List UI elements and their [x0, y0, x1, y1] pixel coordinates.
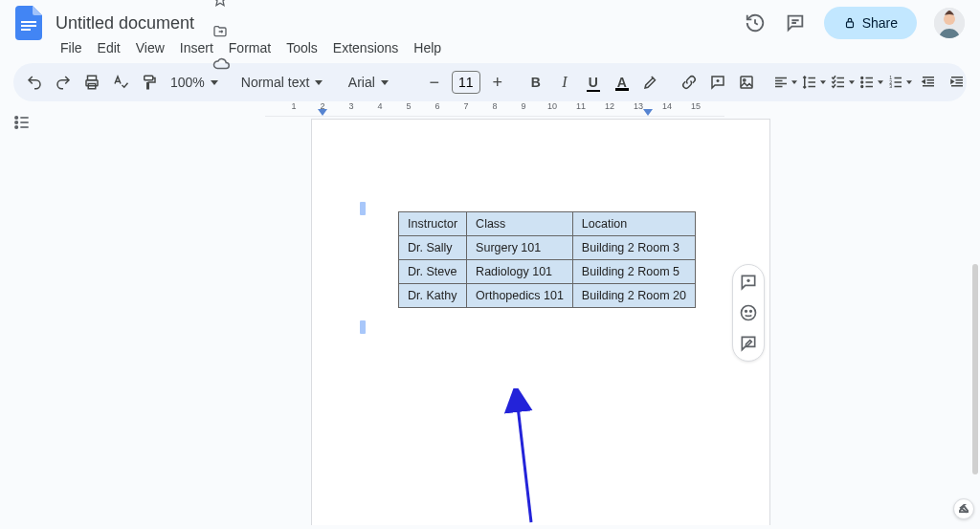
- font-size-increase[interactable]: +: [484, 69, 511, 96]
- vertical-scrollbar[interactable]: [972, 264, 978, 474]
- zoom-select[interactable]: 100%: [165, 75, 224, 90]
- menu-tools[interactable]: Tools: [279, 37, 324, 58]
- toolbar: 100% Normal text Arial − + B I U A 123 E…: [13, 63, 967, 101]
- align-button[interactable]: [771, 69, 798, 96]
- table-row: Dr. Kathy Orthopedics 101 Building 2 Roo…: [399, 284, 696, 308]
- menu-format[interactable]: Format: [222, 37, 278, 58]
- menu-extensions[interactable]: Extensions: [326, 37, 405, 58]
- caret-down-icon: [381, 80, 389, 85]
- undo-button[interactable]: [21, 69, 48, 96]
- cloud-status-icon[interactable]: [212, 56, 230, 72]
- svg-text:3: 3: [889, 83, 892, 89]
- increase-indent-button[interactable]: [944, 69, 970, 96]
- highlight-button[interactable]: [637, 69, 664, 96]
- table-row: Instructor Class Location: [399, 212, 696, 236]
- table-row: Dr. Sally Surgery 101 Building 2 Room 3: [399, 236, 696, 260]
- indent-marker-right[interactable]: [643, 109, 653, 116]
- svg-point-21: [742, 306, 756, 320]
- document-page[interactable]: Instructor Class Location Dr. Sally Surg…: [311, 119, 770, 525]
- table-row: Dr. Steve Radiology 101 Building 2 Room …: [399, 260, 696, 284]
- svg-point-20: [14, 126, 16, 129]
- insert-link-button[interactable]: [676, 69, 702, 96]
- svg-rect-9: [145, 76, 153, 80]
- emoji-icon[interactable]: [739, 303, 758, 322]
- star-icon[interactable]: [212, 0, 230, 7]
- underline-button[interactable]: U: [580, 69, 607, 96]
- caret-down-icon: [315, 80, 323, 85]
- svg-point-19: [14, 121, 16, 124]
- paint-format-button[interactable]: [136, 69, 163, 96]
- svg-rect-10: [741, 77, 752, 88]
- selection-marker: [360, 320, 366, 334]
- explore-button[interactable]: [953, 498, 974, 519]
- docs-logo[interactable]: [11, 6, 46, 40]
- side-toolbar: [732, 264, 765, 362]
- italic-button[interactable]: I: [551, 69, 578, 96]
- add-comment-icon[interactable]: [739, 273, 758, 292]
- print-button[interactable]: [78, 69, 105, 96]
- share-button[interactable]: Share: [824, 7, 917, 39]
- font-size-decrease[interactable]: −: [421, 69, 448, 96]
- redo-button[interactable]: [50, 69, 77, 96]
- clear-formatting-button[interactable]: [972, 69, 980, 96]
- bulleted-list-button[interactable]: [858, 69, 884, 96]
- svg-point-11: [743, 79, 745, 81]
- history-icon[interactable]: [744, 11, 767, 34]
- svg-point-18: [14, 117, 16, 120]
- font-size-input[interactable]: [452, 71, 480, 94]
- styles-select[interactable]: Normal text: [235, 75, 331, 90]
- svg-point-5: [944, 13, 955, 25]
- svg-point-23: [750, 311, 752, 313]
- menu-bar: File Edit View Insert Format Tools Exten…: [0, 38, 980, 63]
- svg-point-13: [861, 81, 863, 83]
- document-table[interactable]: Instructor Class Location Dr. Sally Surg…: [398, 211, 696, 308]
- comments-icon[interactable]: [784, 11, 807, 34]
- bold-button[interactable]: B: [523, 69, 549, 96]
- insert-comment-button[interactable]: [704, 69, 731, 96]
- svg-rect-2: [21, 29, 31, 31]
- svg-rect-3: [846, 22, 853, 28]
- menu-view[interactable]: View: [129, 37, 171, 58]
- svg-rect-1: [21, 25, 36, 27]
- show-outline-button[interactable]: [9, 109, 35, 136]
- menu-insert[interactable]: Insert: [173, 37, 220, 58]
- menu-edit[interactable]: Edit: [91, 37, 127, 58]
- annotation-text: Press Ctrl+C to copy the table: [330, 522, 650, 525]
- document-title-input[interactable]: [50, 11, 212, 35]
- svg-rect-0: [21, 21, 36, 23]
- account-avatar[interactable]: [934, 8, 965, 38]
- menu-file[interactable]: File: [54, 37, 89, 58]
- horizontal-ruler[interactable]: 1 2 3 4 5 6 7 8 9 10 11 12 13 14 15: [265, 101, 724, 117]
- spellcheck-button[interactable]: [107, 69, 134, 96]
- decrease-indent-button[interactable]: [915, 69, 942, 96]
- svg-point-14: [861, 86, 863, 88]
- text-color-button[interactable]: A: [609, 69, 635, 96]
- selection-marker: [360, 202, 366, 215]
- caret-down-icon: [211, 80, 218, 85]
- numbered-list-button[interactable]: 123: [886, 69, 913, 96]
- svg-point-22: [746, 311, 747, 313]
- share-label: Share: [862, 15, 898, 31]
- font-select[interactable]: Arial: [343, 75, 410, 90]
- insert-image-button[interactable]: [733, 69, 760, 96]
- line-spacing-button[interactable]: [800, 69, 827, 96]
- suggest-edits-icon[interactable]: [739, 334, 758, 353]
- menu-help[interactable]: Help: [407, 37, 448, 58]
- checklist-button[interactable]: [829, 69, 856, 96]
- svg-point-12: [861, 77, 863, 79]
